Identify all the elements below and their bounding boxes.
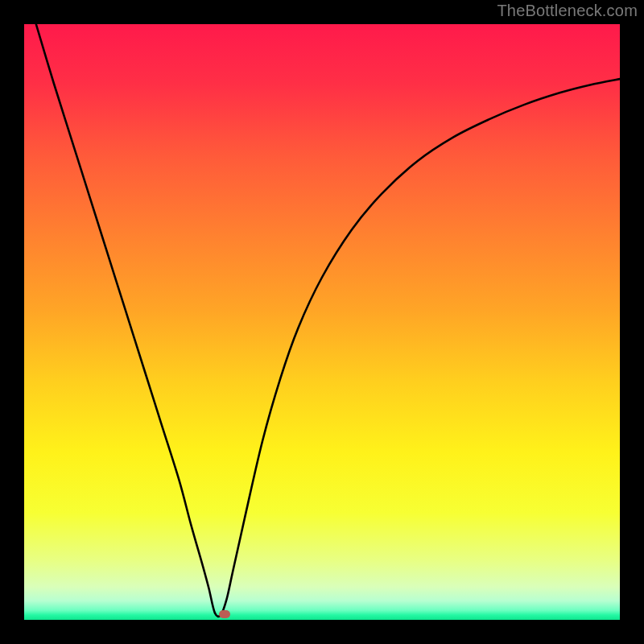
watermark-text: TheBottleneck.com bbox=[497, 2, 638, 20]
minimum-marker bbox=[219, 610, 230, 618]
plot-area bbox=[24, 24, 620, 620]
bottleneck-curve bbox=[24, 24, 620, 620]
curve-path bbox=[36, 24, 620, 617]
chart-frame: TheBottleneck.com bbox=[0, 0, 644, 644]
